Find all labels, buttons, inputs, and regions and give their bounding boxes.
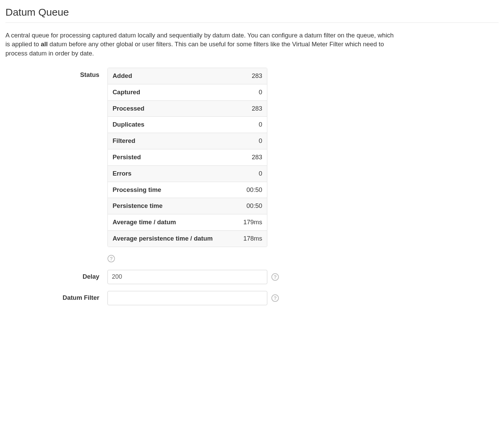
status-key: Average time / datum [108,214,234,230]
delay-group: Delay ? [5,270,499,284]
description-text-bold: all [41,40,48,48]
help-icon[interactable]: ? [271,294,279,302]
status-value: 00:50 [234,198,267,214]
status-key: Persisted [108,149,234,165]
datum-filter-group: Datum Filter ? [5,291,499,305]
status-key: Filtered [108,133,234,149]
status-key: Duplicates [108,116,234,133]
table-row: Average time / datum 179ms [108,214,267,230]
datum-filter-input[interactable] [107,291,267,305]
status-group: Status Added 283 Captured 0 Processed 28… [5,68,499,263]
settings-form: Status Added 283 Captured 0 Processed 28… [5,68,499,305]
status-key: Average persistence time / datum [108,230,234,247]
status-key: Errors [108,165,234,182]
status-key: Processed [108,100,234,117]
table-row: Captured 0 [108,84,267,100]
status-key: Captured [108,84,234,100]
status-value: 283 [234,149,267,165]
table-row: Processing time 00:50 [108,182,267,198]
table-row: Average persistence time / datum 178ms [108,230,267,247]
delay-input[interactable] [107,270,267,284]
table-row: Duplicates 0 [108,116,267,133]
status-table: Added 283 Captured 0 Processed 283 Dupli… [107,68,267,247]
status-value: 0 [234,165,267,182]
status-value: 0 [234,116,267,133]
description-text-post: datum before any other global or user fi… [5,40,384,57]
status-value: 283 [234,100,267,117]
page-title: Datum Queue [5,3,499,23]
table-row: Persisted 283 [108,149,267,165]
table-row: Processed 283 [108,100,267,117]
status-label: Status [5,68,107,80]
status-value: 00:50 [234,182,267,198]
datum-filter-label: Datum Filter [5,293,107,303]
help-icon[interactable]: ? [271,273,279,281]
status-key: Processing time [108,182,234,198]
table-row: Filtered 0 [108,133,267,149]
table-row: Added 283 [108,68,267,84]
status-key: Added [108,68,234,84]
status-value: 0 [234,84,267,100]
delay-label: Delay [5,272,107,281]
status-key: Persistence time [108,198,234,214]
status-value: 179ms [234,214,267,230]
status-value: 0 [234,133,267,149]
table-row: Persistence time 00:50 [108,198,267,214]
page-description: A central queue for processing captured … [5,31,400,58]
status-value: 178ms [234,230,267,247]
table-row: Errors 0 [108,165,267,182]
help-icon[interactable]: ? [107,255,115,262]
status-value: 283 [234,68,267,84]
